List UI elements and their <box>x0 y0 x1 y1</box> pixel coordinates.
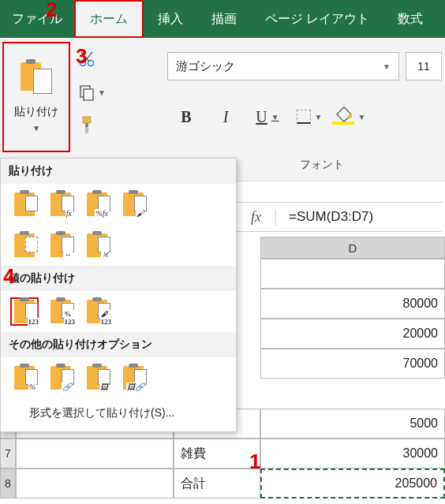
cell-d[interactable] <box>260 259 445 289</box>
dd-section-other: その他の貼り付けオプション <box>1 332 236 357</box>
cell-b[interactable] <box>16 469 174 498</box>
column-header-d[interactable]: D <box>260 237 445 259</box>
tab-home[interactable]: ホーム <box>74 0 144 38</box>
paintbrush-icon <box>78 115 95 136</box>
fill-color-button[interactable]: ▼ <box>330 101 368 133</box>
linked-picture-icon: 🖼🔗 <box>126 383 145 391</box>
paste-special-menu-item[interactable]: 形式を選択して貼り付け(S)... <box>1 398 236 431</box>
paste-button[interactable]: 貼り付け ▼ <box>4 43 69 151</box>
paste-formatting-button[interactable]: % <box>10 364 39 392</box>
chevron-down-icon: ▼ <box>383 62 391 71</box>
bucket-icon <box>332 109 354 125</box>
paste-values-number-button[interactable]: %123 <box>47 297 75 326</box>
formula-value[interactable]: =SUM(D3:D7) <box>276 209 373 225</box>
clipboard-group: 貼り付け ▼ <box>2 42 70 152</box>
svg-rect-6 <box>83 117 91 123</box>
border-icon <box>297 110 311 124</box>
chevron-down-icon: ▼ <box>358 113 366 121</box>
paste-column-widths-button[interactable]: ↔ <box>47 231 75 259</box>
font-name-select[interactable]: 游ゴシック ▼ <box>167 52 399 80</box>
font-group: 游ゴシック ▼ 11 B I U▼ ▼ ▼ <box>167 52 442 133</box>
paste-values-button[interactable]: 123 <box>10 297 39 326</box>
paste-label: 貼り付け <box>14 105 58 119</box>
paste-formulas-button[interactable]: fx <box>47 190 75 218</box>
annotation-4: 4 <box>3 264 14 289</box>
cell-d[interactable]: 70000 <box>260 349 445 379</box>
paste-picture-button[interactable]: 🖼 <box>83 364 111 392</box>
paste-keep-source-button[interactable]: 🖌 <box>119 190 148 218</box>
copy-icon <box>78 84 95 101</box>
tab-draw[interactable]: 描画 <box>197 0 251 38</box>
cell-d-selected[interactable]: 205000 <box>260 469 445 498</box>
cell-d[interactable]: 80000 <box>260 289 445 319</box>
row-header[interactable]: 8 <box>0 469 16 498</box>
cell-d[interactable]: 20000 <box>260 319 445 349</box>
font-size-select[interactable]: 11 <box>406 52 442 80</box>
annotation-3: 3 <box>76 44 87 69</box>
svg-rect-5 <box>84 89 93 100</box>
annotation-1: 1 <box>249 450 260 474</box>
tab-formulas[interactable]: 数式 <box>383 0 437 38</box>
svg-rect-7 <box>85 123 88 127</box>
underline-button[interactable]: U▼ <box>246 101 289 133</box>
formula-bar: fx =SUM(D3:D7) <box>237 202 442 232</box>
annotation-2: 2 <box>46 0 57 22</box>
row-header[interactable]: 7 <box>0 439 16 469</box>
paste-linked-picture-button[interactable]: 🖼🔗 <box>119 364 148 392</box>
cell-d[interactable]: 30000 <box>260 439 445 469</box>
tab-page-layout[interactable]: ページ レイアウト <box>251 0 383 38</box>
chevron-down-icon: ▼ <box>32 124 40 133</box>
dd-section-paste: 貼り付け <box>1 159 236 184</box>
italic-button[interactable]: I <box>207 101 245 133</box>
brush-icon: 🖌 <box>136 209 145 218</box>
paste-transpose-button[interactable]: ⤭ <box>83 231 111 259</box>
paste-values-source-button[interactable]: 🖌123 <box>83 297 111 326</box>
cell-b[interactable] <box>16 439 174 469</box>
cell-c[interactable]: 雑費 <box>174 439 260 469</box>
link-icon: 🔗 <box>62 383 73 391</box>
arrows-icon: ↔ <box>63 250 73 259</box>
bold-button[interactable]: B <box>167 101 205 133</box>
paste-all-button[interactable] <box>10 190 39 218</box>
chevron-down-icon: ▼ <box>271 113 279 121</box>
cell-c[interactable]: 合計 <box>174 469 260 498</box>
transpose-icon: ⤭ <box>101 250 109 259</box>
paste-no-borders-button[interactable] <box>10 231 39 259</box>
fx-button[interactable]: fx <box>237 209 276 226</box>
cell-d[interactable]: 5000 <box>260 409 445 439</box>
paste-formulas-number-button[interactable]: %fx <box>83 190 111 218</box>
font-group-label: フォント <box>300 158 344 172</box>
border-button[interactable]: ▼ <box>290 101 328 133</box>
paste-options-dropdown: 貼り付け fx %fx 🖌 ↔ ⤭ 値の貼り付け 123 %123 🖌123 そ… <box>0 158 237 432</box>
format-painter-button[interactable] <box>78 115 118 136</box>
chevron-down-icon: ▼ <box>315 113 323 121</box>
dd-section-values: 値の貼り付け <box>1 266 236 291</box>
picture-icon: 🖼 <box>99 383 109 391</box>
copy-button[interactable]: ▼ <box>78 82 118 103</box>
chevron-down-icon: ▼ <box>98 88 106 97</box>
font-name-value: 游ゴシック <box>176 59 235 74</box>
tab-file[interactable]: ファイル <box>0 0 74 38</box>
ribbon-tabs: ファイル ホーム 挿入 描画 ページ レイアウト 数式 <box>0 0 445 38</box>
clipboard-icon <box>21 62 52 100</box>
paste-link-button[interactable]: 🔗 <box>47 364 75 392</box>
font-size-value: 11 <box>417 60 430 73</box>
tab-insert[interactable]: 挿入 <box>144 0 197 38</box>
